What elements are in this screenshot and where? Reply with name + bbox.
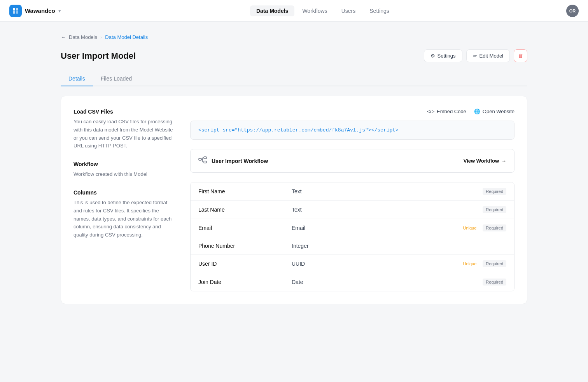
columns-table: First NameTextRequiredLast NameTextRequi… (190, 182, 514, 291)
brand[interactable]: Wawandco ▾ (9, 5, 61, 17)
column-name: User ID (198, 261, 292, 267)
columns-title: Columns (74, 189, 175, 196)
nav-users[interactable]: Users (335, 5, 362, 16)
breadcrumb-separator: › (100, 34, 102, 40)
svg-rect-6 (204, 161, 206, 163)
tab-files-loaded[interactable]: Files Loaded (93, 72, 140, 86)
workflow-left: User Import Workflow (198, 156, 268, 166)
brand-logo (9, 5, 22, 17)
required-badge: Required (483, 260, 506, 267)
brand-chevron-icon: ▾ (58, 8, 61, 14)
svg-rect-2 (13, 11, 15, 14)
column-type: Date (292, 279, 483, 285)
page-content: ← Data Models › Data Model Details User … (45, 22, 543, 317)
required-badge: Required (483, 279, 506, 286)
workflow-desc: Workflow created with this Model (74, 170, 175, 179)
required-badge: Required (483, 224, 506, 231)
nav-workflows[interactable]: Workflows (296, 5, 333, 16)
code-icon: </> (427, 109, 434, 114)
workflow-row: User Import Workflow View Workflow → (190, 149, 514, 173)
required-badge: Required (483, 206, 506, 213)
column-name: Email (198, 225, 292, 231)
column-type: UUID (292, 261, 460, 267)
embed-code-action[interactable]: </> Embed Code (427, 109, 466, 114)
column-type: Text (292, 207, 483, 213)
edit-icon: ✏ (473, 53, 477, 59)
workflow-name: User Import Workflow (212, 158, 268, 164)
load-csv-desc: You can easily load CSV files for proces… (74, 118, 175, 150)
table-row: User IDUUIDUniqueRequired (191, 255, 514, 273)
svg-rect-3 (16, 11, 18, 14)
column-name: Last Name (198, 207, 292, 213)
settings-button[interactable]: ⚙ Settings (424, 49, 462, 62)
breadcrumb-current[interactable]: Data Model Details (105, 34, 148, 40)
columns-desc: This is used to define the expected form… (74, 199, 175, 239)
view-workflow-link[interactable]: View Workflow → (464, 158, 506, 164)
arrow-right-icon: → (501, 158, 506, 164)
column-name: Phone Number (198, 243, 292, 249)
brand-name: Wawandco (25, 7, 55, 14)
breadcrumb-parent[interactable]: Data Models (69, 34, 97, 40)
tab-details[interactable]: Details (61, 72, 93, 86)
table-row: Join DateDateRequired (191, 273, 514, 291)
svg-rect-5 (204, 157, 206, 159)
column-badges: Required (483, 188, 506, 195)
user-avatar-area: OR (566, 5, 579, 17)
nav-settings[interactable]: Settings (363, 5, 396, 16)
load-csv-title: Load CSV Files (74, 109, 175, 115)
main-nav: Data Models Workflows Users Settings (79, 5, 566, 16)
svg-rect-1 (16, 8, 18, 11)
nav-data-models[interactable]: Data Models (250, 5, 294, 16)
table-row: First NameTextRequired (191, 182, 514, 201)
left-panel: Load CSV Files You can easily load CSV f… (74, 109, 175, 291)
column-badges: UniqueRequired (460, 260, 507, 267)
column-badges: Required (483, 206, 506, 213)
workflow-title: Workflow (74, 161, 175, 167)
page-actions: ⚙ Settings ✏ Edit Model 🗑 (424, 49, 527, 62)
column-type: Text (292, 188, 483, 195)
globe-icon: 🌐 (474, 109, 480, 114)
top-navigation: Wawandco ▾ Data Models Workflows Users S… (0, 0, 588, 22)
column-name: First Name (198, 188, 292, 195)
tabs: Details Files Loaded (61, 72, 527, 86)
trash-icon: 🗑 (518, 53, 523, 59)
unique-badge: Unique (460, 224, 480, 231)
breadcrumb-back-icon[interactable]: ← (61, 34, 66, 40)
open-website-action[interactable]: 🌐 Open Website (474, 109, 514, 114)
unique-badge: Unique (460, 260, 480, 267)
required-badge: Required (483, 188, 506, 195)
edit-model-button[interactable]: ✏ Edit Model (466, 49, 510, 62)
workflow-icon (198, 156, 207, 166)
breadcrumb: ← Data Models › Data Model Details (61, 34, 527, 40)
embed-action-bar: </> Embed Code 🌐 Open Website (190, 109, 514, 114)
column-badges: Required (483, 279, 506, 286)
embed-code-block: <script src="https://app.retabler.com/em… (190, 121, 514, 140)
column-type: Email (292, 225, 460, 231)
table-row: Phone NumberInteger (191, 237, 514, 255)
main-card: Load CSV Files You can easily load CSV f… (61, 96, 527, 304)
avatar[interactable]: OR (566, 5, 579, 17)
page-header: User Import Model ⚙ Settings ✏ Edit Mode… (61, 49, 527, 62)
column-badges: UniqueRequired (460, 224, 507, 231)
column-name: Join Date (198, 279, 292, 285)
svg-rect-0 (13, 8, 15, 11)
right-panel: </> Embed Code 🌐 Open Website <script sr… (190, 109, 514, 291)
column-type: Integer (292, 243, 506, 249)
table-row: EmailEmailUniqueRequired (191, 219, 514, 237)
settings-icon: ⚙ (430, 53, 435, 59)
delete-button[interactable]: 🗑 (514, 49, 527, 62)
page-title: User Import Model (61, 51, 136, 61)
table-row: Last NameTextRequired (191, 201, 514, 219)
svg-rect-4 (199, 158, 201, 160)
